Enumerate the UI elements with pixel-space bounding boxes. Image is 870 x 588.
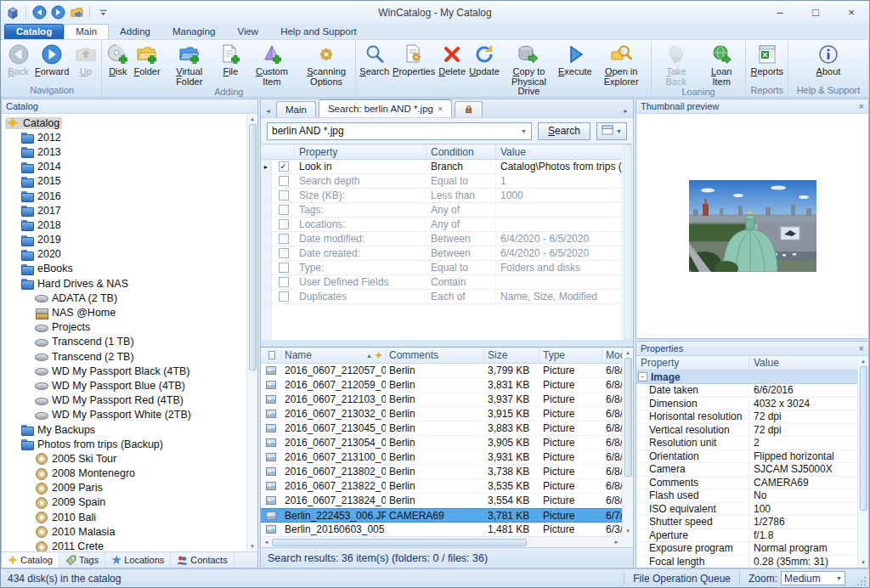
column-property[interactable]: Property bbox=[295, 144, 427, 159]
scanning-options-button[interactable]: Scanning Options bbox=[299, 41, 353, 87]
doc-tab-locked[interactable] bbox=[455, 101, 483, 117]
take-back-button[interactable]: Take Back bbox=[653, 41, 699, 87]
tree-item[interactable]: 2010 Bali bbox=[2, 510, 246, 524]
loan-item-button[interactable]: Loan Item bbox=[699, 41, 744, 87]
doc-tab-main[interactable]: Main bbox=[276, 101, 316, 117]
column-comments[interactable]: Comments bbox=[386, 348, 484, 363]
property-row[interactable]: Dimension4032 x 3024 bbox=[636, 398, 857, 411]
table-row[interactable]: 2016_0607_212059_00...Berlin3,831 KBPict… bbox=[261, 378, 622, 393]
scrollbar-thumb[interactable] bbox=[624, 358, 632, 477]
table-row[interactable]: 2016_0607_213822_00...Berlin3,535 KBPict… bbox=[261, 479, 622, 494]
tree-item[interactable]: 2017 bbox=[2, 203, 246, 218]
column-type[interactable]: Type bbox=[540, 348, 602, 363]
tab-locations[interactable]: Locations bbox=[105, 552, 171, 568]
search-submit-button[interactable]: Search bbox=[538, 122, 590, 140]
property-row[interactable]: CommentsCAMERA69 bbox=[636, 477, 857, 490]
open-in-explorer-button[interactable]: Open in Explorer bbox=[594, 41, 649, 87]
filter-gear-icon[interactable] bbox=[375, 352, 382, 359]
tree-item[interactable]: ADATA (2 TB) bbox=[2, 291, 246, 305]
search-query-combobox[interactable]: berlin AND *.jpg ▼ bbox=[267, 122, 532, 140]
criteria-row[interactable]: Date created:Between6/4/2020 - 6/5/2020 bbox=[261, 246, 622, 261]
column-name[interactable]: Name▲ bbox=[281, 348, 386, 363]
tree-item[interactable]: Photos from trips (Backup) bbox=[2, 437, 246, 451]
delete-button[interactable]: Delete bbox=[437, 41, 467, 77]
results-scrollbar[interactable]: ▲ ▼ bbox=[622, 348, 633, 536]
tree-item[interactable]: Hard Drives & NAS bbox=[2, 276, 246, 291]
panel-splitter[interactable] bbox=[261, 340, 633, 347]
criteria-row[interactable]: Tags:Any of bbox=[261, 203, 622, 218]
property-row[interactable]: Vertical resolution72 dpi bbox=[636, 424, 857, 438]
app-icon[interactable] bbox=[5, 5, 20, 20]
chevron-down-icon[interactable]: ▼ bbox=[518, 128, 529, 134]
criteria-row[interactable]: DuplicatesEach ofName, Size, Modified bbox=[261, 290, 622, 304]
reports-button[interactable]: Reports bbox=[748, 41, 786, 77]
scroll-down-icon[interactable]: ▼ bbox=[250, 541, 255, 551]
table-row[interactable]: 2016_0607_213032_00...Berlin3,915 KBPict… bbox=[261, 407, 622, 421]
checkbox[interactable] bbox=[279, 291, 289, 302]
tab-contacts[interactable]: Contacts bbox=[171, 552, 234, 568]
property-row[interactable]: Horisontal resolution72 dpi bbox=[636, 410, 857, 424]
property-row[interactable]: ISO equivalent100 bbox=[636, 503, 857, 517]
checkbox[interactable]: ✓ bbox=[279, 161, 289, 172]
criteria-scrollbar[interactable] bbox=[622, 144, 633, 340]
disk-button[interactable]: Disk bbox=[104, 41, 132, 77]
column-condition[interactable]: Condition bbox=[427, 144, 496, 159]
scroll-up-icon[interactable]: ▲ bbox=[861, 356, 866, 366]
property-row[interactable]: OrientationFlipped horizontal bbox=[636, 450, 857, 464]
view-options-split-button[interactable]: ▼ bbox=[596, 122, 627, 140]
scroll-up-icon[interactable]: ▲ bbox=[625, 348, 630, 358]
about-button[interactable]: About bbox=[814, 41, 844, 77]
tree-item[interactable]: My Backups bbox=[2, 422, 246, 437]
tab-main[interactable]: Main bbox=[64, 24, 109, 39]
tree-item[interactable]: NAS @Home bbox=[2, 305, 246, 319]
column-value[interactable]: Value bbox=[749, 356, 857, 370]
zoom-select[interactable]: Medium▼ bbox=[781, 571, 845, 585]
tree-item[interactable]: 2013 bbox=[2, 144, 246, 159]
doc-tab-search[interactable]: Search: berlin AND *.jpg× bbox=[319, 99, 452, 117]
close-icon[interactable]: × bbox=[859, 344, 864, 353]
tab-scroll-right-icon[interactable]: ► bbox=[620, 104, 631, 117]
property-row[interactable]: Shutter speed1/2786 bbox=[636, 516, 857, 529]
property-row[interactable]: CameraSJCAM SJ5000X bbox=[636, 463, 857, 477]
copy-to-physical-drive-button[interactable]: Copy to Physical Drive bbox=[501, 41, 556, 97]
search-input[interactable]: berlin AND *.jpg bbox=[272, 125, 518, 137]
column-size[interactable]: Size bbox=[484, 348, 540, 363]
properties-button[interactable]: Properties bbox=[391, 41, 437, 77]
criteria-row[interactable]: User Defined FieldsContain bbox=[261, 275, 622, 290]
scrollbar-thumb[interactable] bbox=[272, 539, 527, 546]
tree-item[interactable]: 2018 bbox=[2, 218, 246, 232]
tree-item[interactable]: Projects bbox=[2, 320, 246, 335]
tree-item[interactable]: 2008 Montenegro bbox=[2, 466, 246, 481]
tree-item[interactable]: WD My Passport White (2TB) bbox=[2, 408, 246, 422]
catalog-app-button[interactable]: Catalog bbox=[4, 24, 64, 39]
back-button[interactable]: Back bbox=[4, 41, 32, 77]
tree-item[interactable]: WD My Passport Red (4TB) bbox=[2, 393, 246, 408]
scroll-left-icon[interactable]: ◄ bbox=[261, 540, 272, 545]
tree-item[interactable]: 2005 Ski Tour bbox=[2, 451, 246, 466]
scroll-up-icon[interactable]: ▲ bbox=[250, 114, 255, 124]
checkbox[interactable] bbox=[279, 263, 289, 273]
chevron-down-icon[interactable]: ▼ bbox=[616, 128, 622, 134]
tree-item[interactable]: 2019 bbox=[2, 233, 246, 247]
table-row[interactable]: 2016_0607_212103_00...Berlin3,937 KBPict… bbox=[261, 393, 622, 407]
property-row[interactable]: Exposure programNormal program bbox=[636, 542, 857, 556]
results-horizontal-scrollbar[interactable]: ◄ ► bbox=[261, 536, 622, 547]
checkbox[interactable] bbox=[279, 176, 289, 186]
property-group-image[interactable]: -Image bbox=[636, 370, 857, 384]
checkbox[interactable] bbox=[279, 277, 289, 287]
table-row[interactable]: Berlin_20160603_005.j...1,481 KBPicture6… bbox=[261, 523, 622, 536]
criteria-row[interactable]: ►✓Look inBranchCatalog\Photos from trips… bbox=[261, 160, 622, 174]
tab-tags[interactable]: Tags bbox=[59, 552, 105, 568]
tab-view[interactable]: View bbox=[226, 25, 269, 39]
property-row[interactable]: Flash usedNo bbox=[636, 489, 857, 503]
checkbox[interactable] bbox=[279, 205, 289, 215]
forward-button[interactable]: Forward bbox=[32, 41, 71, 77]
tab-managing[interactable]: Managing bbox=[161, 25, 227, 39]
checkbox[interactable] bbox=[279, 248, 289, 258]
close-icon[interactable]: × bbox=[859, 102, 864, 111]
table-row[interactable]: 2016_0607_213054_00...Berlin3,905 KBPict… bbox=[261, 436, 622, 450]
criteria-row[interactable]: Type:Equal toFolders and disks bbox=[261, 261, 622, 275]
table-row[interactable]: 2016_0607_213802_00...Berlin3,738 KBPict… bbox=[261, 465, 622, 479]
tree-item[interactable]: 2009 Paris bbox=[2, 481, 246, 495]
folder-button[interactable]: Folder bbox=[132, 41, 161, 77]
